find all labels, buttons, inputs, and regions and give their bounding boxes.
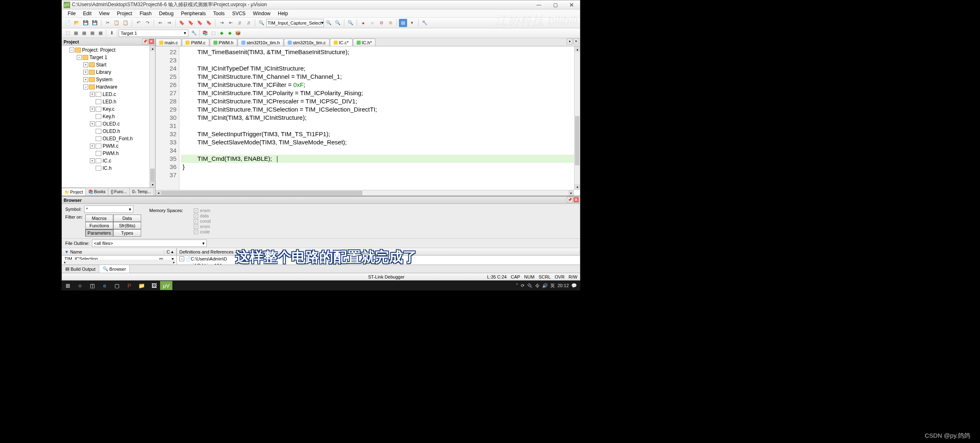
panel-close-icon[interactable]: ✕ bbox=[149, 39, 154, 44]
translate-icon[interactable]: ⬚ bbox=[64, 29, 72, 37]
tab-dropdown-icon[interactable]: ▾ bbox=[567, 39, 572, 44]
tree-group-start[interactable]: +Start bbox=[62, 61, 155, 69]
tree-file[interactable]: +IC.c bbox=[62, 157, 155, 164]
stop-build-icon[interactable]: ▦ bbox=[96, 29, 105, 37]
code-editor[interactable]: 22232425262728293031323334353637 TIM_Tim… bbox=[156, 46, 580, 196]
menu-debug[interactable]: Debug bbox=[156, 10, 177, 17]
build-icon[interactable]: ▦ bbox=[72, 29, 80, 37]
configure-icon[interactable]: 🔧 bbox=[421, 19, 429, 27]
taskview-icon[interactable]: ◫ bbox=[86, 281, 98, 290]
redo-icon[interactable]: ↷ bbox=[143, 19, 151, 27]
chk-code[interactable]: ✓code bbox=[194, 229, 211, 234]
chk-eram[interactable]: ✓eram bbox=[194, 208, 211, 213]
otab-build[interactable]: ▤Build Output bbox=[62, 265, 99, 273]
browser-pin-icon[interactable]: 📌 bbox=[567, 197, 572, 203]
code-body[interactable]: TIM_TimeBaseInit(TIM3, &TIM_TimeBaseInit… bbox=[179, 46, 580, 196]
ptab-templates[interactable]: 0↓Temp... bbox=[130, 188, 153, 196]
menu-file[interactable]: File bbox=[64, 10, 79, 17]
comment-icon[interactable]: // bbox=[236, 19, 244, 27]
browser-close-icon[interactable]: ✕ bbox=[573, 197, 579, 203]
tree-root[interactable]: −Project: Project bbox=[62, 46, 155, 54]
chk-data[interactable]: ✓data bbox=[194, 213, 211, 218]
tree-file[interactable]: +LED.c bbox=[62, 91, 155, 98]
indent-icon[interactable]: ⇥ bbox=[218, 19, 226, 27]
copy-icon[interactable]: 📋 bbox=[112, 19, 121, 27]
menu-edit[interactable]: Edit bbox=[80, 10, 95, 17]
symbol-input[interactable]: *▾ bbox=[84, 206, 133, 213]
tree-file[interactable]: LED.h bbox=[62, 98, 155, 105]
undo-icon[interactable]: ↶ bbox=[134, 19, 142, 27]
bookmark-prev-icon[interactable]: 🔖 bbox=[187, 19, 195, 27]
tree-file[interactable]: +OLED.c bbox=[62, 120, 155, 128]
filter-data[interactable]: Data bbox=[113, 215, 141, 222]
menu-flash[interactable]: Flash bbox=[136, 10, 155, 17]
batch-build-icon[interactable]: ▦ bbox=[88, 29, 96, 37]
ptab-functions[interactable]: {}Func... bbox=[108, 188, 130, 196]
tray-up-icon[interactable]: ˄ bbox=[516, 283, 518, 288]
breakpoint-disable-icon[interactable]: ⊘ bbox=[377, 19, 385, 27]
explorer-icon[interactable]: 📁 bbox=[135, 281, 148, 290]
outdent-icon[interactable]: ⇤ bbox=[227, 19, 235, 27]
select-packs-icon[interactable]: ◆ bbox=[226, 29, 234, 37]
filter-sfrbits[interactable]: Sfr(Bits) bbox=[113, 222, 141, 229]
manage-rtenvironment-icon[interactable]: ◆ bbox=[218, 29, 226, 37]
paste-icon[interactable]: 📋 bbox=[121, 19, 130, 27]
uvision-taskbar-icon[interactable]: μV bbox=[160, 281, 172, 290]
new-file-icon[interactable]: 📄 bbox=[64, 19, 72, 27]
tab-close-icon[interactable]: ✕ bbox=[573, 39, 579, 44]
tray-volume-icon[interactable]: 🔊 bbox=[542, 283, 548, 288]
ptab-books[interactable]: 📚Books bbox=[86, 188, 108, 196]
ptab-project[interactable]: 📁Project bbox=[62, 188, 86, 196]
bookmark-icon[interactable]: 🔖 bbox=[178, 19, 186, 27]
bookmark-clear-icon[interactable]: 🔖 bbox=[205, 19, 213, 27]
manage-books-icon[interactable]: 📚 bbox=[201, 29, 209, 37]
target-combo[interactable]: Target 1▾ bbox=[119, 30, 188, 37]
download-icon[interactable]: ⬇ bbox=[108, 29, 116, 37]
c-column[interactable]: C▴ bbox=[164, 249, 176, 254]
nav-fwd-icon[interactable]: ⇒ bbox=[165, 19, 173, 27]
save-all-icon[interactable]: 💾 bbox=[91, 19, 99, 27]
breakpoint-insert-icon[interactable]: ● bbox=[359, 19, 367, 27]
name-column[interactable]: ▼Name bbox=[62, 249, 164, 254]
tree-file[interactable]: +PWM.c bbox=[62, 142, 155, 150]
minimize-button[interactable]: — bbox=[531, 1, 547, 9]
rebuild-icon[interactable]: ▦ bbox=[80, 29, 88, 37]
menu-help[interactable]: Help bbox=[275, 10, 291, 17]
tab-ic-h[interactable]: IC.h* bbox=[353, 39, 376, 46]
menu-window[interactable]: Window bbox=[250, 10, 274, 17]
menu-svcs[interactable]: SVCS bbox=[229, 10, 249, 17]
editor-hscroll[interactable]: ◂▸ bbox=[156, 190, 574, 196]
manage-components-icon[interactable]: ⬚ bbox=[209, 29, 218, 37]
filter-functions[interactable]: Functions bbox=[85, 222, 113, 229]
tray-power-icon[interactable]: 🔌 bbox=[527, 283, 533, 288]
chk-const[interactable]: ✓const bbox=[194, 219, 211, 224]
project-tree[interactable]: −Project: Project −Target 1 +Start +Libr… bbox=[62, 46, 155, 187]
menu-view[interactable]: View bbox=[96, 10, 113, 17]
cortana-icon[interactable]: ○ bbox=[74, 281, 86, 290]
tree-scrollbar[interactable]: ▴▾ bbox=[149, 46, 155, 187]
windows-taskbar[interactable]: ⊞ ○ ◫ e ▢ P 📁 🖼 μV ˄ ⟳ 🔌 令 🔊 英 20:12 💬 bbox=[62, 281, 580, 290]
tree-file[interactable]: PWM.h bbox=[62, 150, 155, 157]
start-icon[interactable]: ⊞ bbox=[62, 281, 74, 290]
tree-file[interactable]: IC.h bbox=[62, 164, 155, 172]
tab-pwm-c[interactable]: PWM.c bbox=[182, 39, 209, 46]
chk-xrom[interactable]: ✓xrom bbox=[194, 224, 211, 229]
window-icon[interactable]: ▤ bbox=[399, 19, 407, 27]
tree-group-hardware[interactable]: −Hardware bbox=[62, 83, 155, 91]
taskbar-app-icon[interactable]: ▢ bbox=[111, 281, 123, 290]
save-icon[interactable]: 💾 bbox=[82, 19, 90, 27]
breakpoint-enable-icon[interactable]: ○ bbox=[368, 19, 376, 27]
breakpoint-kill-icon[interactable]: ⊗ bbox=[386, 19, 394, 27]
filter-macros[interactable]: Macros bbox=[85, 215, 113, 222]
photos-icon[interactable]: 🖼 bbox=[148, 281, 160, 290]
close-button[interactable]: ✕ bbox=[563, 1, 580, 9]
bookmark-next-icon[interactable]: 🔖 bbox=[196, 19, 204, 27]
tree-target[interactable]: −Target 1 bbox=[62, 54, 155, 61]
tab-pwm-h[interactable]: PWM.h bbox=[210, 39, 237, 46]
cut-icon[interactable]: ✂ bbox=[103, 19, 112, 27]
tree-group-system[interactable]: +System bbox=[62, 76, 155, 83]
otab-browser[interactable]: 🔍Browser bbox=[99, 265, 130, 273]
find-icon[interactable]: 🔍 bbox=[257, 19, 266, 27]
tray-wifi-icon[interactable]: 令 bbox=[535, 283, 540, 289]
filter-parameters[interactable]: Parameters bbox=[85, 229, 113, 237]
